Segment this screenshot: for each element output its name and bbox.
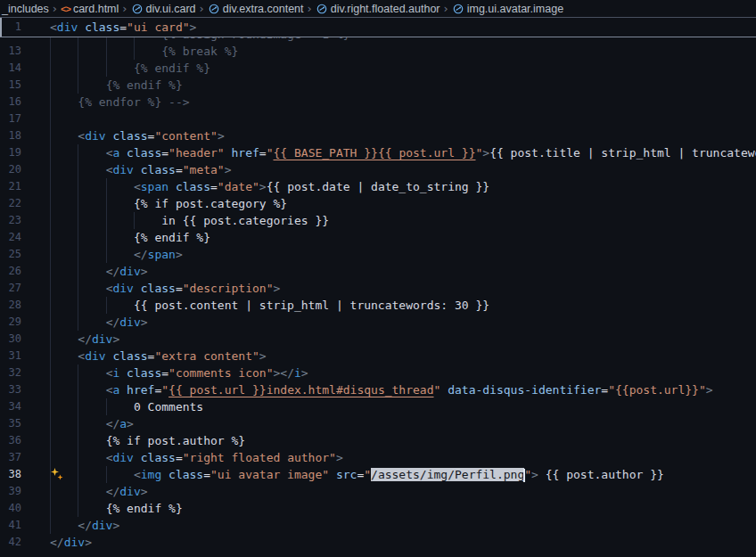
- line-number: 30: [0, 331, 21, 348]
- breadcrumb-item-card-html[interactable]: <>card.html: [61, 3, 119, 15]
- indent-guide: [134, 43, 135, 60]
- code-line-24[interactable]: 24 {% endif %}: [0, 229, 756, 246]
- breadcrumb-separator-icon: ›: [308, 2, 312, 15]
- indent-guide: [50, 449, 51, 466]
- code-line-18[interactable]: 18 <div class="content">: [0, 127, 756, 144]
- indent-guide: [78, 229, 78, 246]
- code-line-39[interactable]: 39 </div>: [0, 483, 756, 500]
- indent-guide: [78, 178, 78, 195]
- code-text: <a class="header" href="{{ BASE_PATH }}{…: [50, 144, 756, 161]
- breadcrumb-separator-icon: ›: [200, 2, 204, 15]
- code-text: {% if post.category %}: [50, 195, 287, 212]
- indent-guide: [78, 483, 78, 500]
- indent-guide: [78, 212, 78, 229]
- line-number: 21: [0, 178, 21, 195]
- line-number: 15: [0, 77, 21, 94]
- code-line-35[interactable]: 35 </a>: [0, 415, 756, 432]
- indent-guide: [50, 94, 51, 111]
- indent-guide: [78, 381, 78, 398]
- line-number: 37: [0, 449, 21, 466]
- breadcrumb: _includes›<>card.html›div.ui.card›div.ex…: [0, 0, 756, 18]
- breadcrumb-item-img-ui-avatar-image[interactable]: img.ui.avatar.image: [452, 3, 563, 15]
- code-text: <div class="right floated author">: [50, 449, 343, 466]
- code-text: </div>: [50, 331, 119, 348]
- indent-guide: [78, 43, 78, 60]
- code-line-27[interactable]: 27 <div class="description">: [0, 280, 756, 297]
- code-line-20[interactable]: 20 <div class="meta">: [0, 161, 756, 178]
- line-number: 17: [0, 111, 21, 127]
- breadcrumb-item--includes[interactable]: _includes: [2, 3, 49, 15]
- indent-guide: [50, 144, 51, 161]
- line-number: 16: [0, 94, 21, 111]
- code-line-31[interactable]: 31 <div class="extra content">: [0, 348, 756, 365]
- code-line-14[interactable]: 14 {% endif %}: [0, 60, 756, 77]
- code-line-29[interactable]: 29 </div>: [0, 314, 756, 331]
- breadcrumb-item-div-ui-card[interactable]: div.ui.card: [131, 3, 196, 15]
- code-line-17[interactable]: 17: [0, 111, 756, 127]
- code-text: </div>: [50, 263, 148, 280]
- code-text: </div>: [50, 314, 148, 331]
- sticky-scroll-line[interactable]: 1<div class="ui card">: [0, 18, 756, 37]
- line-number: 31: [0, 348, 21, 365]
- code-text: 0 Comments: [50, 398, 203, 415]
- sparkle-code-action-icon[interactable]: [51, 468, 63, 480]
- code-line-1[interactable]: 1<div class="ui card">: [0, 19, 756, 36]
- code-line-40[interactable]: 40 {% endif %}: [0, 500, 756, 517]
- breadcrumb-item-div-extra-content[interactable]: div.extra.content: [208, 3, 304, 15]
- code-text: </a>: [50, 415, 134, 432]
- line-number: 20: [0, 161, 21, 178]
- breadcrumb-label: div.right.floated.author: [331, 3, 440, 15]
- code-line-19[interactable]: 19 <a class="header" href="{{ BASE_PATH …: [0, 144, 756, 161]
- line-number: 13: [0, 43, 21, 60]
- selected-text: /assets/img/Perfil.png: [371, 468, 524, 481]
- breadcrumb-label: div.extra.content: [223, 3, 304, 15]
- code-line-26[interactable]: 26 </div>: [0, 263, 756, 280]
- symbol-icon: [208, 3, 220, 15]
- indent-guide: [78, 365, 78, 381]
- code-line-23[interactable]: 23 in {{ post.categories }}: [0, 212, 756, 229]
- indent-guide: [78, 314, 78, 331]
- code-line-42[interactable]: 42</div>: [0, 534, 756, 551]
- code-line-13[interactable]: 13 {% break %}: [0, 43, 756, 60]
- code-line-21[interactable]: 21 <span class="date">{{ post.date | dat…: [0, 178, 756, 195]
- symbol-icon: [131, 3, 144, 15]
- code-line-37[interactable]: 37 <div class="right floated author">: [0, 449, 756, 466]
- code-text: <div class="description">: [50, 280, 280, 297]
- indent-guide: [106, 246, 107, 263]
- code-text: {% endif %}: [50, 229, 210, 246]
- line-number: 34: [0, 398, 21, 415]
- indent-guide: [50, 348, 51, 365]
- indent-guide: [78, 415, 78, 432]
- code-line-34[interactable]: 34 0 Comments: [0, 398, 756, 415]
- code-line-33[interactable]: 33 <a href="{{ post.url }}index.html#dis…: [0, 381, 756, 398]
- breadcrumb-label: div.ui.card: [146, 3, 196, 15]
- line-number: 32: [0, 365, 21, 381]
- line-number: 29: [0, 314, 21, 331]
- code-text: {% endfor %} -->: [50, 94, 190, 111]
- code-line-22[interactable]: 22 {% if post.category %}: [0, 195, 756, 212]
- indent-guide: [78, 500, 78, 517]
- line-number: 38: [0, 466, 21, 483]
- code-line-41[interactable]: 41 </div>: [0, 517, 756, 534]
- code-line-28[interactable]: 28 {{ post.content | strip_html | trunca…: [0, 297, 756, 314]
- code-line-36[interactable]: 36 {% if post.author %}: [0, 432, 756, 449]
- line-number: 40: [0, 500, 21, 517]
- indent-guide: [78, 77, 78, 94]
- code-line-25[interactable]: 25 </span>: [0, 246, 756, 263]
- indent-guide: [50, 77, 51, 94]
- breadcrumb-item-div-right-floated-author[interactable]: div.right.floated.author: [316, 3, 440, 15]
- code-line-38[interactable]: 38 <img class="ui avatar image" src="/as…: [0, 466, 756, 483]
- code-line-32[interactable]: 32 <i class="comments icon"></i>: [0, 365, 756, 381]
- code-line-30[interactable]: 30 </div>: [0, 331, 756, 348]
- code-line-15[interactable]: 15 {% endif %}: [0, 77, 756, 94]
- indent-guide: [50, 212, 51, 229]
- indent-guide: [78, 246, 78, 263]
- indent-guide: [50, 195, 51, 212]
- symbol-icon: [316, 3, 328, 15]
- code-line-16[interactable]: 16 {% endfor %} -->: [0, 94, 756, 111]
- code-text: <a href="{{ post.url }}index.html#disqus…: [50, 381, 713, 398]
- breadcrumb-label: _includes: [2, 3, 49, 15]
- indent-guide: [50, 111, 51, 127]
- breadcrumb-label: img.ui.avatar.image: [467, 3, 563, 15]
- code-text: </div>: [50, 517, 119, 534]
